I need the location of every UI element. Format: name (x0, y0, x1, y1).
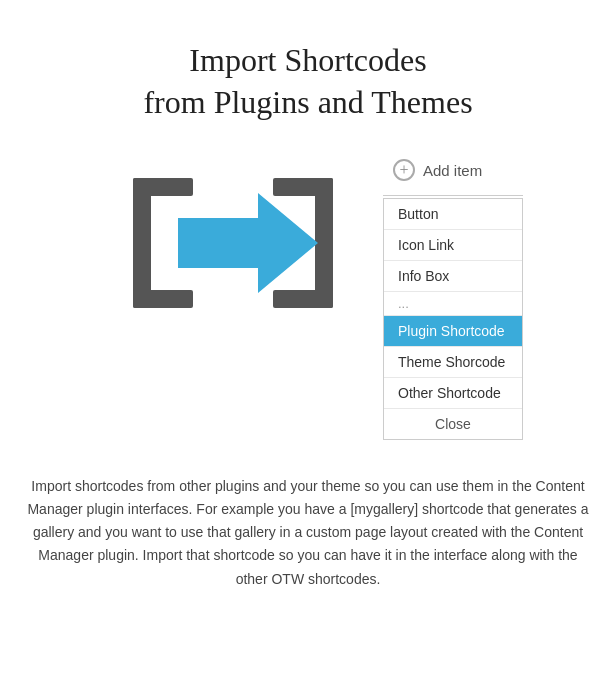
middle-section: + Add item Button Icon Link Info Box ...… (0, 153, 616, 440)
svg-rect-5 (273, 290, 333, 308)
dropdown-item-other-shortcode[interactable]: Other Shortcode (384, 378, 522, 409)
description-text: Import shortcodes from other plugins and… (13, 475, 603, 590)
add-item-label: Add item (423, 162, 482, 179)
svg-marker-6 (178, 193, 318, 293)
divider (383, 195, 523, 196)
svg-rect-2 (133, 290, 193, 308)
dropdown-item-plugin-shortcode[interactable]: Plugin Shortcode (384, 316, 522, 347)
dropdown-list: Button Icon Link Info Box ... Plugin Sho… (383, 198, 523, 440)
dropdown-item-info-box[interactable]: Info Box (384, 261, 522, 292)
bracket-arrow-icon (118, 163, 348, 323)
add-item-row[interactable]: + Add item (383, 153, 523, 187)
svg-rect-0 (133, 178, 151, 308)
page-title: Import Shortcodes from Plugins and Theme… (143, 40, 472, 123)
svg-rect-1 (133, 178, 193, 196)
add-item-icon: + (393, 159, 415, 181)
svg-rect-4 (273, 178, 333, 196)
icon-container (93, 163, 373, 323)
dropdown-item-theme-shortcode[interactable]: Theme Shorcode (384, 347, 522, 378)
dropdown-item-icon-link[interactable]: Icon Link (384, 230, 522, 261)
dropdown-item-ellipsis: ... (384, 292, 522, 316)
dropdown-close-button[interactable]: Close (384, 409, 522, 439)
dropdown-item-button[interactable]: Button (384, 199, 522, 230)
dropdown-menu: + Add item Button Icon Link Info Box ...… (383, 153, 523, 440)
